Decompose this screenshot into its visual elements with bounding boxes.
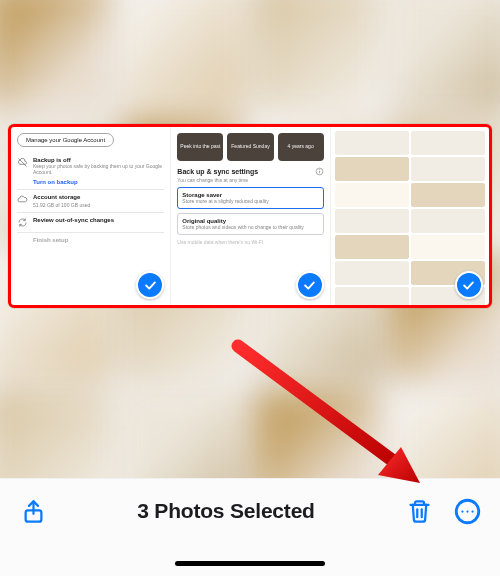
- backup-off-sub: Keep your photos safe by backing them up…: [33, 163, 164, 175]
- selected-photo-2[interactable]: Peek into the past Featured Sunday 4 yea…: [170, 127, 329, 305]
- memory-tab-3: 4 years ago: [278, 133, 324, 161]
- more-button[interactable]: [450, 494, 484, 528]
- storage-saver-sub: Store more at a slightly reduced quality: [182, 198, 318, 204]
- review-out-of-sync: Review out-of-sync changes: [33, 217, 114, 223]
- backup-sync-heading: Back up & sync settings: [177, 168, 258, 175]
- info-icon: [315, 167, 324, 176]
- selection-count-title: 3 Photos Selected: [64, 499, 388, 523]
- delete-button[interactable]: [402, 494, 436, 528]
- turn-on-backup-link: Turn on backup: [33, 179, 164, 185]
- account-storage-sub: 51.92 GB of 100 GB used: [33, 202, 90, 208]
- cloud-icon: [17, 194, 28, 205]
- svg-line-0: [18, 158, 26, 166]
- backup-sync-sub: You can change this at any time: [177, 177, 323, 183]
- pill-manage-account: Manage your Google Account: [17, 133, 114, 147]
- account-storage-title: Account storage: [33, 194, 90, 200]
- home-indicator: [175, 561, 325, 566]
- finish-setup: Finish setup: [33, 237, 68, 243]
- selection-check-icon: [136, 271, 164, 299]
- memory-tab-2: Featured Sunday: [227, 133, 273, 161]
- selected-photo-3[interactable]: [330, 127, 489, 305]
- share-button[interactable]: [16, 494, 50, 528]
- backup-off-icon: [17, 157, 28, 168]
- svg-point-10: [466, 510, 468, 512]
- svg-point-11: [471, 510, 473, 512]
- sync-icon: [17, 217, 28, 228]
- mobile-data-footer: Use mobile data when there's no Wi-Fi: [177, 239, 323, 245]
- memory-tab-1: Peek into the past: [177, 133, 223, 161]
- selection-check-icon: [296, 271, 324, 299]
- selected-photo-1[interactable]: Manage your Google Account Backup is off…: [11, 127, 170, 305]
- photo-selection-toolbar: 3 Photos Selected: [0, 478, 500, 576]
- svg-point-9: [461, 510, 463, 512]
- selection-check-icon: [455, 271, 483, 299]
- original-quality-sub: Store photos and videos with no change t…: [182, 224, 318, 230]
- selected-photos-highlight: Manage your Google Account Backup is off…: [8, 124, 492, 308]
